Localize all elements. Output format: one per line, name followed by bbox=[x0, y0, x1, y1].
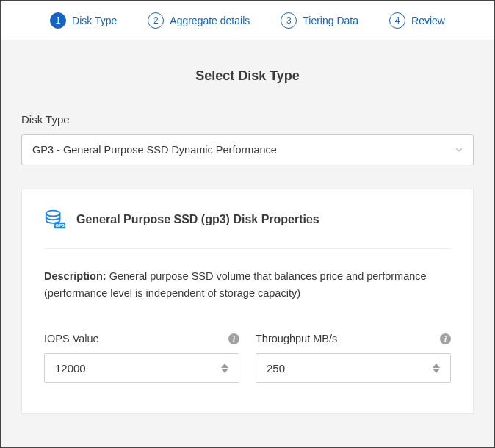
page-title: Select Disk Type bbox=[21, 68, 474, 84]
description-row: Description: General purpose SSD volume … bbox=[44, 268, 451, 302]
page-body: Select Disk Type Disk Type GP3 - General… bbox=[1, 40, 494, 447]
step-number: 2 bbox=[148, 12, 164, 29]
svg-marker-6 bbox=[433, 369, 440, 373]
stepper-control[interactable] bbox=[433, 359, 446, 377]
iops-column: IOPS Value i bbox=[44, 333, 239, 383]
throughput-input-wrap[interactable] bbox=[256, 353, 451, 383]
step-number: 1 bbox=[50, 12, 66, 29]
card-title: General Purpose SSD (gp3) Disk Propertie… bbox=[76, 213, 319, 226]
step-label: Review bbox=[411, 15, 445, 26]
svg-marker-4 bbox=[221, 369, 228, 373]
step-aggregate-details[interactable]: 2 Aggregate details bbox=[148, 12, 250, 29]
stepper-control[interactable] bbox=[221, 359, 234, 377]
wizard-stepper: 1 Disk Type 2 Aggregate details 3 Tierin… bbox=[1, 1, 494, 40]
step-disk-type[interactable]: 1 Disk Type bbox=[50, 12, 117, 29]
step-label: Aggregate details bbox=[170, 15, 250, 26]
inputs-row: IOPS Value i Throughput MB/s i bbox=[44, 333, 451, 383]
svg-marker-5 bbox=[433, 364, 440, 368]
disk-stack-icon: GP3 bbox=[44, 209, 66, 231]
step-number: 3 bbox=[281, 12, 297, 29]
card-header: GP3 General Purpose SSD (gp3) Disk Prope… bbox=[44, 209, 451, 249]
chevron-down-icon bbox=[454, 145, 464, 155]
info-icon[interactable]: i bbox=[440, 333, 451, 344]
throughput-column: Throughput MB/s i bbox=[256, 333, 451, 383]
disk-type-value: GP3 - General Purpose SSD Dynamic Perfor… bbox=[32, 144, 277, 156]
disk-properties-card: GP3 General Purpose SSD (gp3) Disk Prope… bbox=[21, 189, 474, 414]
disk-type-select[interactable]: GP3 - General Purpose SSD Dynamic Perfor… bbox=[21, 134, 474, 165]
step-label: Disk Type bbox=[72, 15, 117, 26]
step-number: 4 bbox=[389, 12, 405, 29]
step-tiering-data[interactable]: 3 Tiering Data bbox=[281, 12, 358, 29]
svg-point-0 bbox=[46, 211, 60, 217]
svg-marker-3 bbox=[221, 364, 228, 368]
iops-input[interactable] bbox=[55, 362, 214, 375]
iops-label: IOPS Value bbox=[44, 333, 99, 344]
info-icon[interactable]: i bbox=[228, 333, 239, 344]
throughput-input[interactable] bbox=[267, 362, 425, 375]
svg-text:GP3: GP3 bbox=[55, 223, 65, 228]
iops-input-wrap[interactable] bbox=[44, 353, 239, 383]
description-label: Description: bbox=[44, 270, 106, 282]
disk-type-label: Disk Type bbox=[21, 113, 474, 126]
throughput-label: Throughput MB/s bbox=[256, 333, 337, 344]
step-review[interactable]: 4 Review bbox=[389, 12, 445, 29]
step-label: Tiering Data bbox=[303, 15, 358, 26]
